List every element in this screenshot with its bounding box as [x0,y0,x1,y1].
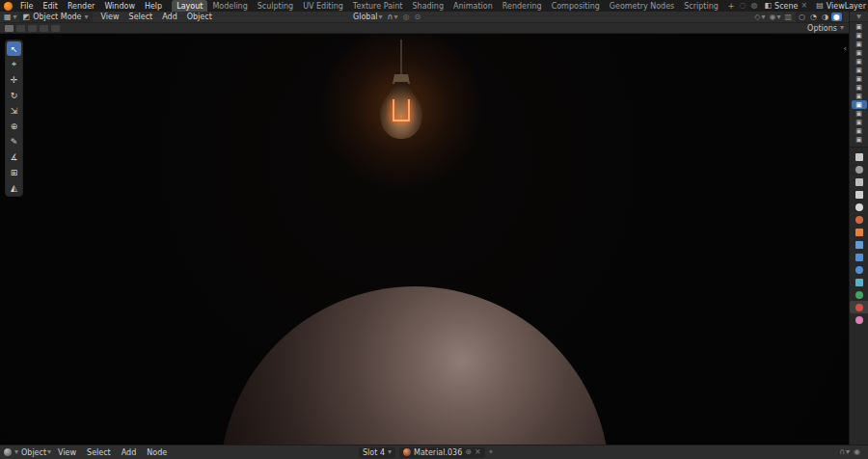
shading-solid-icon[interactable]: ◔ [808,13,819,21]
menu-window[interactable]: Window [100,2,139,11]
scene-unlink-icon[interactable]: × [800,2,807,10]
gizmo-toggle[interactable]: ◇ ▾ [754,14,765,21]
editor-type-dropdown-icon[interactable]: ▾ [14,448,18,456]
shading-rendered-icon[interactable]: ● [831,13,842,21]
tool-rotate[interactable]: ↻ [7,88,21,102]
outliner-object-row[interactable]: ▣ [852,135,867,144]
node-menu-node[interactable]: Node [143,448,171,457]
material-field[interactable]: Material.036 ⊕ × [399,447,485,458]
tool-scale[interactable]: ⇲ [7,103,21,118]
overlays-toggle[interactable]: ◉ ▾ [770,14,781,21]
menu-help[interactable]: Help [141,2,166,11]
properties-tab-constraints[interactable] [850,276,868,288]
shader-type-dropdown[interactable]: Object ▾ [21,448,51,457]
select-mode-extend[interactable] [16,25,25,32]
menu-view[interactable]: View [97,13,123,21]
outliner-object-row[interactable]: ▣ [852,22,867,31]
properties-tab-particles[interactable] [850,251,868,263]
properties-tab-scene[interactable] [850,201,868,213]
outliner-object-row[interactable]: ▣ [852,118,867,126]
menu-edit[interactable]: Edit [39,2,62,11]
workspace-tab-layout[interactable]: Layout [172,0,207,12]
properties-tab-physics[interactable] [850,263,868,276]
outliner-object-row[interactable]: ▣ [852,74,867,83]
material-preview-icon[interactable] [403,448,411,456]
properties-tab-modifiers[interactable] [850,238,868,251]
node-overlays-icon[interactable]: ◉ [854,448,860,456]
workspace-tab-geometry-nodes[interactable]: Geometry Nodes [605,0,679,12]
select-mode-subtract[interactable] [28,25,37,32]
shading-wireframe-icon[interactable]: ○ [797,13,807,21]
outliner-object-row[interactable]: ▣ [852,109,867,118]
workspace-tab-uv-editing[interactable]: UV Editing [298,0,348,12]
editor-type-dropdown-icon[interactable]: ▾ [14,14,17,21]
node-menu-select[interactable]: Select [83,448,115,457]
pin-icon[interactable]: ⌖ [489,448,494,456]
shader-editor-type-icon[interactable] [4,448,12,456]
node-snap-toggle[interactable]: ∩ ▾ [839,448,850,456]
viewport-3d[interactable]: ↖ ⌖ ✛ ↻ ⇲ ⊕ ✎ ∡ ⊞ ◭ ‹ [0,34,849,445]
menu-render[interactable]: Render [64,2,98,11]
properties-tab-view-layer[interactable] [850,188,868,201]
outliner-object-row[interactable]: ▣ [852,57,867,66]
properties-tab-object[interactable] [850,226,868,238]
menu-select[interactable]: Select [125,13,157,21]
node-menu-add[interactable]: Add [118,448,141,457]
properties-tab-tool[interactable] [850,150,868,163]
unlink-material-icon[interactable]: × [475,448,481,456]
menu-add[interactable]: Add [158,13,181,21]
outliner-object-row[interactable]: ▣ [852,48,867,57]
light-bulb-object[interactable] [365,40,438,155]
properties-tab-render[interactable] [850,163,868,176]
properties-tab-material[interactable] [850,301,868,313]
options-dropdown[interactable]: Options ▾ [807,24,844,33]
sidebar-collapse-arrow[interactable]: ‹ [843,43,847,53]
workspace-tab-animation[interactable]: Animation [448,0,498,12]
outliner-object-row[interactable]: ▣ [852,92,867,100]
shading-material-icon[interactable]: ◑ [820,13,830,21]
outliner-object-row-selected[interactable]: ▣ [852,100,867,109]
workspace-tab-rendering[interactable]: Rendering [498,0,547,12]
pivot-point-icon[interactable]: ⊙ [414,14,420,21]
status-icon-a[interactable]: ◌ [740,2,746,10]
view-layer-selector[interactable]: ▤ ViewLayer × [814,2,868,11]
tool-measure[interactable]: ∡ [7,149,21,164]
status-icon-b[interactable]: ◍ [751,2,758,10]
outliner-object-row[interactable]: ▣ [852,66,867,74]
node-menu-view[interactable]: View [54,448,80,457]
blender-logo-icon[interactable] [4,2,13,11]
properties-tab-output[interactable] [850,176,868,188]
orientation-dropdown[interactable]: Global ▾ [353,13,383,21]
editor-type-icon[interactable]: ▦ [4,14,12,21]
properties-tab-world[interactable] [850,213,868,226]
workspace-tab-shading[interactable]: Shading [407,0,448,12]
tool-add-cone[interactable]: ◭ [7,180,21,195]
add-workspace-button[interactable]: + [723,0,740,12]
outliner-object-row[interactable]: ▣ [852,40,867,48]
sphere-object[interactable] [220,286,610,445]
outliner-object-row[interactable]: ▣ [852,126,867,135]
tool-transform[interactable]: ⊕ [7,119,21,133]
menu-object[interactable]: Object [183,13,216,21]
select-mode-new[interactable] [5,25,14,32]
properties-tab-data[interactable] [850,288,868,301]
workspace-tab-texture-paint[interactable]: Texture Paint [348,0,408,12]
tool-move[interactable]: ✛ [7,72,21,87]
proportional-edit-icon[interactable]: ◎ [402,14,409,21]
workspace-tab-modeling[interactable]: Modeling [207,0,252,12]
tool-annotate[interactable]: ✎ [7,134,21,148]
workspace-tab-compositing[interactable]: Compositing [547,0,605,12]
properties-tab-texture[interactable] [850,313,868,326]
tool-select-box[interactable]: ↖ [7,41,21,56]
tool-add-cube[interactable]: ⊞ [7,165,21,179]
outliner-object-row[interactable]: ▣ [852,31,867,40]
tool-cursor[interactable]: ⌖ [7,57,21,71]
xray-toggle-icon[interactable]: ▥ [785,14,793,21]
scene-selector[interactable]: ◧ Scene × [763,2,810,11]
select-mode-intersect[interactable] [51,25,60,32]
workspace-tab-scripting[interactable]: Scripting [679,0,723,12]
outliner-object-row[interactable]: ▣ [852,83,867,92]
menu-file[interactable]: File [16,2,37,11]
select-mode-invert[interactable] [40,25,48,32]
filter-icon[interactable]: ▼ [856,14,861,19]
